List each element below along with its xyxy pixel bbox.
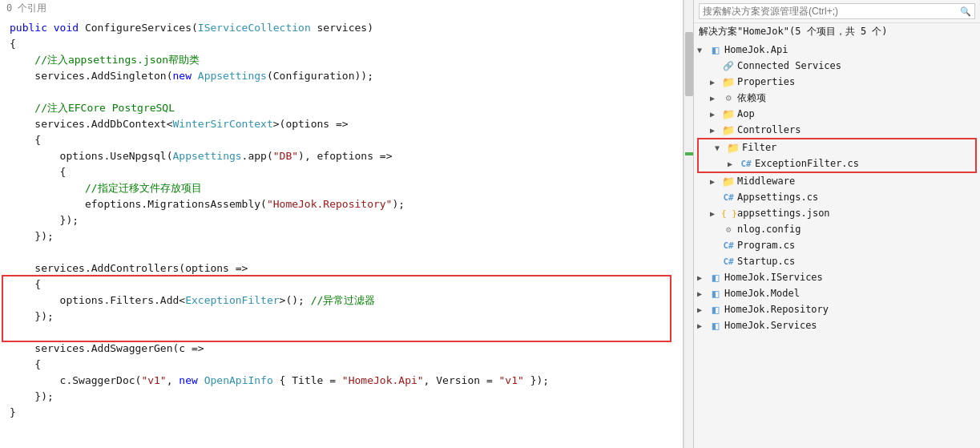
tree-label-homejok-services: HomeJok.Services <box>724 320 817 331</box>
tree-item-program-cs[interactable]: C#Program.cs <box>694 237 980 253</box>
tree-arrow-homejok-services: ▶ <box>697 321 708 330</box>
token: Appsettings <box>173 150 242 162</box>
line-content: } <box>6 405 16 421</box>
search-input[interactable] <box>703 6 960 17</box>
tree-item-properties[interactable]: ▶📁Properties <box>694 74 980 90</box>
code-line <box>6 244 683 260</box>
tree-icon-homejok-services: ◧ <box>708 319 723 332</box>
tree-label-program-cs: Program.cs <box>737 240 795 251</box>
code-line: services.AddSingleton(new Appsettings(Co… <box>6 68 683 84</box>
tree-item-appsettings-json[interactable]: ▶{ }appsettings.json <box>694 205 980 221</box>
token: < <box>167 118 173 130</box>
tree-icon-homejok-iservices: ◧ <box>708 271 723 284</box>
line-content: //注入EFCore PostgreSQL <box>6 100 175 116</box>
tree-label-middleware: Middleware <box>737 176 795 187</box>
code-line: }); <box>6 309 683 325</box>
tree-label-filter: Filter <box>742 142 776 153</box>
token: new <box>173 70 198 82</box>
token: >(); <box>280 294 311 306</box>
tree-icon-nlog-config: ⚙ <box>721 224 736 235</box>
tree-item-dependencies[interactable]: ▶⚙依赖项 <box>694 90 980 106</box>
tree-label-connected-services: Connected Services <box>737 60 841 71</box>
token: Add <box>160 294 179 306</box>
tree-item-filter[interactable]: ▼📁Filter <box>699 139 975 155</box>
tree-item-homejok-repository[interactable]: ▶◧HomeJok.Repository <box>694 301 980 317</box>
tree-icon-aop: 📁 <box>721 108 736 120</box>
token: Appsettings <box>198 70 267 82</box>
token: services. <box>10 70 91 82</box>
token: new <box>179 374 204 386</box>
token: "HomeJok.Api" <box>342 374 424 386</box>
plain-text: }); <box>10 390 54 402</box>
code-line: options.UseNpgsql(Appsettings.app("DB"),… <box>6 148 683 164</box>
tree-item-homejok-model[interactable]: ▶◧HomeJok.Model <box>694 285 980 301</box>
tree-arrow-dependencies: ▶ <box>710 94 721 103</box>
tree-item-controllers[interactable]: ▶📁Controllers <box>694 122 980 138</box>
line-content: efoptions.MigrationsAssembly("HomeJok.Re… <box>6 196 405 212</box>
plain-text: { <box>10 278 41 290</box>
token: efoptions. <box>10 198 147 210</box>
plain-text: }); <box>10 230 54 242</box>
token: ExceptionFilter <box>185 294 279 306</box>
token: public <box>10 22 54 34</box>
code-area[interactable]: public void ConfigureServices(IServiceCo… <box>0 17 683 424</box>
plain-text: { <box>10 358 41 370</box>
code-line: }); <box>6 228 683 244</box>
solution-tree[interactable]: ▼◧HomeJok.Api🔗Connected Services▶📁Proper… <box>694 40 980 448</box>
token: options.Filters. <box>10 294 160 306</box>
tree-item-aop[interactable]: ▶📁Aop <box>694 106 980 122</box>
line-content <box>6 325 16 341</box>
line-content <box>6 84 16 100</box>
line-content: services.AddSwaggerGen(c => <box>6 341 204 357</box>
tree-arrow-appsettings-json: ▶ <box>710 209 721 218</box>
line-content: }); <box>6 389 54 405</box>
tree-item-homejok-iservices[interactable]: ▶◧HomeJok.IServices <box>694 269 980 285</box>
token: ( <box>167 70 173 82</box>
scrollbar-gutter[interactable] <box>684 0 693 448</box>
tree-label-controllers: Controllers <box>737 124 801 135</box>
code-line: c.SwaggerDoc("v1", new OpenApiInfo { Tit… <box>6 373 683 389</box>
line-content: { <box>6 36 16 52</box>
line-content: //指定迁移文件存放项目 <box>6 180 202 196</box>
token: AddSwaggerGen <box>91 342 173 354</box>
scrollbar-thumb[interactable] <box>685 32 693 96</box>
line-content: { <box>6 276 41 293</box>
tree-item-homejok-api[interactable]: ▼◧HomeJok.Api <box>694 42 980 58</box>
tree-item-appsettings-cs[interactable]: C#Appsettings.cs <box>694 189 980 205</box>
token: options. <box>10 150 110 162</box>
line-content: services.AddControllers(options => <box>6 260 248 276</box>
tree-arrow-properties: ▶ <box>710 78 721 87</box>
tree-label-dependencies: 依赖项 <box>737 91 766 105</box>
filter-highlight-wrapper: ▼📁Filter▶C#ExceptionFilter.cs <box>697 138 977 173</box>
code-line: { <box>6 36 683 52</box>
token: ), efoptions => <box>298 150 392 162</box>
tree-item-startup-cs[interactable]: C#Startup.cs <box>694 253 980 269</box>
tree-icon-controllers: 📁 <box>721 124 736 136</box>
tree-arrow-homejok-repository: ▶ <box>697 305 708 314</box>
line-content: }); <box>6 228 54 244</box>
tree-item-exceptionfilter[interactable]: ▶C#ExceptionFilter.cs <box>699 155 975 172</box>
token: "v1" <box>141 374 166 386</box>
search-box[interactable]: 🔍 <box>699 3 975 19</box>
tree-icon-filter: 📁 <box>726 142 740 154</box>
code-line: options.Filters.Add<ExceptionFilter>(); … <box>6 293 683 309</box>
tree-label-startup-cs: Startup.cs <box>737 256 795 267</box>
tree-item-connected-services[interactable]: 🔗Connected Services <box>694 58 980 74</box>
plain-text: { <box>10 134 41 146</box>
line-content: { <box>6 164 66 180</box>
tree-item-homejok-services[interactable]: ▶◧HomeJok.Services <box>694 317 980 333</box>
line-content: services.AddSingleton(new Appsettings(Co… <box>6 68 373 84</box>
tree-item-nlog-config[interactable]: ⚙nlog.config <box>694 221 980 237</box>
tree-arrow-controllers: ▶ <box>710 126 721 135</box>
line-content <box>6 244 16 260</box>
tree-arrow-homejok-api: ▼ <box>697 46 708 54</box>
token: //异常过滤器 <box>311 294 376 306</box>
token: ( <box>167 150 173 162</box>
token: , Version = <box>424 374 499 386</box>
token: AddDbContext <box>91 118 167 130</box>
token: MigrationsAssembly <box>147 198 260 210</box>
tree-icon-homejok-api: ◧ <box>708 43 723 56</box>
token: UseNpgsql <box>110 150 166 162</box>
token: services. <box>10 342 91 354</box>
tree-item-middleware[interactable]: ▶📁Middleware <box>694 173 980 189</box>
